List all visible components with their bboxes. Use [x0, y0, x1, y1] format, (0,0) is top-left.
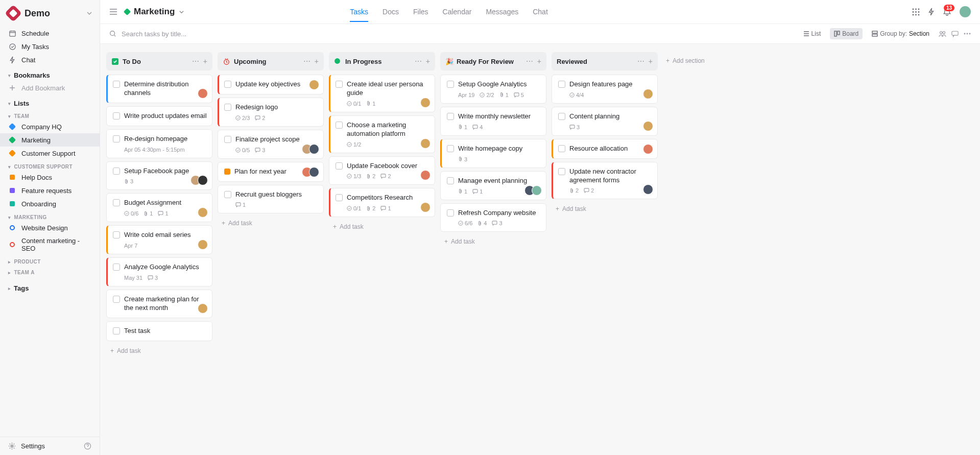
- view-board-button[interactable]: Board: [830, 28, 863, 39]
- settings-link[interactable]: Settings: [21, 442, 45, 450]
- assignee-avatar[interactable]: [420, 138, 431, 149]
- tags-section[interactable]: ▸Tags: [0, 279, 100, 294]
- sidebar-nav-schedule[interactable]: Schedule: [0, 27, 100, 40]
- task-card[interactable]: Analyze Google AnalyticsMay 313: [106, 257, 212, 286]
- task-checkbox[interactable]: [224, 81, 231, 88]
- column-add-icon[interactable]: +: [537, 57, 541, 65]
- tab-messages[interactable]: Messages: [486, 2, 518, 22]
- add-task-button[interactable]: +Add task: [552, 202, 658, 215]
- groupby-button[interactable]: Group by: Section: [868, 28, 934, 39]
- task-checkbox[interactable]: [336, 194, 343, 201]
- task-card[interactable]: Choose a marketing automation platform1/…: [329, 115, 435, 153]
- column-header[interactable]: Upcoming⋯+: [218, 52, 324, 70]
- task-card[interactable]: Setup Google AnalyticsApr 192/215: [440, 75, 546, 104]
- assignee-avatar[interactable]: [643, 184, 653, 195]
- sidebar-list-item[interactable]: Content marketing - SEO: [0, 234, 100, 255]
- task-checkbox[interactable]: [447, 145, 454, 152]
- sidebar-group[interactable]: ▾MARKETING: [0, 210, 100, 221]
- column-header[interactable]: Reviewed⋯+: [552, 52, 658, 70]
- task-card[interactable]: Budget Assignment0/611: [106, 193, 212, 222]
- help-icon[interactable]: [84, 442, 91, 450]
- tab-calendar[interactable]: Calendar: [443, 2, 472, 22]
- column-more-icon[interactable]: ⋯: [637, 57, 644, 65]
- task-checkbox[interactable]: [113, 231, 120, 238]
- task-checkbox[interactable]: [113, 296, 120, 303]
- tab-docs[interactable]: Docs: [383, 2, 399, 22]
- add-task-button[interactable]: +Add task: [106, 344, 212, 357]
- more-icon[interactable]: [964, 33, 971, 35]
- apps-icon[interactable]: [912, 8, 920, 16]
- task-checkbox[interactable]: [113, 327, 120, 334]
- assignee-avatar[interactable]: [532, 185, 542, 196]
- chat-icon[interactable]: [951, 31, 959, 37]
- sidebar-list-item[interactable]: Marketing: [0, 133, 100, 147]
- project-selector[interactable]: Marketing: [125, 7, 184, 17]
- task-checkbox[interactable]: [558, 145, 565, 152]
- task-card[interactable]: Setup Facebook page3: [106, 161, 212, 190]
- task-checkbox[interactable]: [558, 168, 565, 175]
- column-add-icon[interactable]: +: [203, 57, 207, 65]
- assignee-avatar[interactable]: [198, 303, 208, 314]
- task-card[interactable]: Create ideal user persona guide0/11: [329, 75, 435, 112]
- add-section-button[interactable]: +Add section: [663, 52, 708, 64]
- lists-section[interactable]: ▾Lists: [0, 94, 100, 109]
- sidebar-group[interactable]: ▾CUSTOMER SUPPORT: [0, 160, 100, 171]
- task-card[interactable]: Design features page4/4: [552, 75, 658, 104]
- assignee-avatar[interactable]: [420, 98, 431, 108]
- task-card[interactable]: Competitors Research0/121: [329, 188, 435, 217]
- task-card[interactable]: Update key objectives: [218, 75, 324, 94]
- task-checkbox[interactable]: [224, 191, 231, 198]
- task-checkbox[interactable]: [113, 135, 120, 142]
- sidebar-group[interactable]: ▾TEAM: [0, 109, 100, 120]
- sidebar-list-item[interactable]: Help Docs: [0, 171, 100, 184]
- bookmarks-section[interactable]: ▾Bookmarks: [0, 66, 100, 81]
- sidebar-group[interactable]: ▸PRODUCT: [0, 255, 100, 266]
- task-checkbox[interactable]: [113, 112, 120, 119]
- assignee-avatar[interactable]: [309, 167, 319, 177]
- sidebar-nav-my tasks[interactable]: My Tasks: [0, 40, 100, 53]
- sidebar-list-item[interactable]: Customer Support: [0, 147, 100, 160]
- column-more-icon[interactable]: ⋯: [415, 57, 422, 65]
- task-card[interactable]: Re-design homepageApr 05 4:30pm - 5:15pm: [106, 129, 212, 158]
- task-checkbox[interactable]: [113, 264, 120, 271]
- assignee-avatar[interactable]: [420, 170, 431, 180]
- task-card[interactable]: Write monthly newsletter14: [440, 107, 546, 136]
- menu-icon[interactable]: [109, 8, 117, 15]
- column-more-icon[interactable]: ⋯: [303, 57, 310, 65]
- task-card[interactable]: Update Facebook cover1/322: [329, 156, 435, 185]
- tab-files[interactable]: Files: [413, 2, 428, 22]
- task-card[interactable]: Manage event planning11: [440, 171, 546, 200]
- sidebar-nav-chat[interactable]: Chat: [0, 53, 100, 66]
- add-task-button[interactable]: +Add task: [329, 220, 435, 233]
- column-add-icon[interactable]: +: [426, 57, 430, 65]
- task-checkbox[interactable]: [558, 113, 565, 120]
- task-checkbox[interactable]: [224, 104, 231, 111]
- task-checkbox[interactable]: [447, 209, 454, 217]
- assignee-avatar[interactable]: [309, 144, 319, 154]
- assignee-avatar[interactable]: [643, 144, 653, 154]
- task-checkbox[interactable]: [113, 167, 120, 175]
- column-header[interactable]: 🎉Ready For Review⋯+: [440, 52, 546, 70]
- task-checkbox[interactable]: [336, 162, 343, 170]
- task-checkbox[interactable]: [113, 81, 120, 88]
- add-bookmark[interactable]: Add Bookmark: [0, 81, 100, 94]
- task-card[interactable]: Content planning3: [552, 107, 658, 136]
- notifications-button[interactable]: 13: [943, 8, 951, 16]
- task-card[interactable]: Plan for next year: [218, 162, 324, 182]
- column-add-icon[interactable]: +: [315, 57, 319, 65]
- task-card[interactable]: Create marketing plan for the next month: [106, 290, 212, 318]
- task-card[interactable]: Determine distribution channels: [106, 75, 212, 103]
- assignee-avatar[interactable]: [643, 89, 653, 99]
- task-card[interactable]: Refresh Company website6/643: [440, 203, 546, 232]
- assignee-avatar[interactable]: [198, 175, 208, 185]
- sidebar-group[interactable]: ▸TEAM A: [0, 266, 100, 276]
- sidebar-list-item[interactable]: Feature requests: [0, 184, 100, 197]
- sidebar-list-item[interactable]: Website Design: [0, 221, 100, 234]
- add-task-button[interactable]: +Add task: [440, 235, 546, 248]
- column-add-icon[interactable]: +: [649, 57, 653, 65]
- view-list-button[interactable]: List: [799, 28, 825, 39]
- task-checkbox[interactable]: [447, 81, 454, 88]
- task-checkbox[interactable]: [447, 177, 454, 184]
- column-header[interactable]: To Do⋯+: [106, 52, 212, 70]
- add-task-button[interactable]: +Add task: [218, 217, 324, 230]
